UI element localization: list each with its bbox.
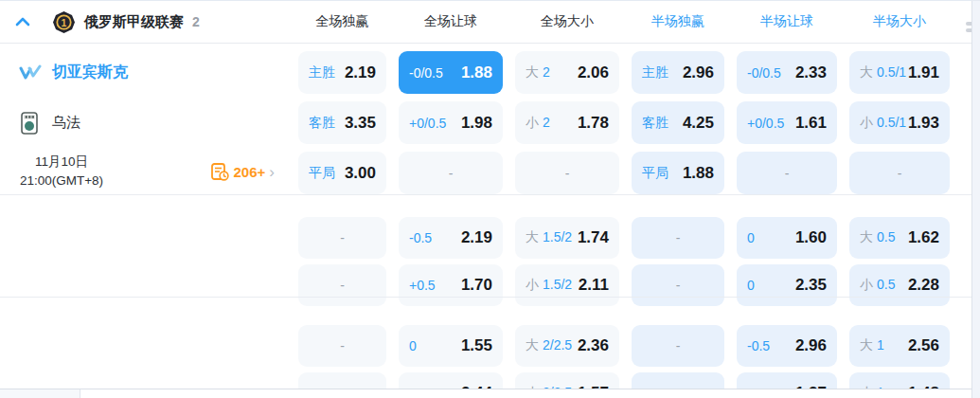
odds-group: -01.55大2/2.52.36--0.52.96大12.56-02.44小2/… (294, 317, 980, 398)
kickoff-date: 11月10日 (6, 153, 117, 172)
odds-row: -+0.51.70小1.5/22.11-02.35小0.52.28 (294, 264, 980, 306)
odds-line-prefix: 大 (526, 229, 539, 244)
odds-value: 1.70 (461, 276, 492, 295)
odds-row: -01.55大2/2.52.36--0.52.96大12.56 (294, 325, 980, 367)
odds-line-label: 平局 (309, 165, 335, 182)
odds-cell[interactable]: 01.60 (737, 217, 837, 259)
odds-value: 2.11 (579, 276, 609, 295)
column-header-ft-overunder: 全场大小 (515, 13, 619, 30)
odds-value: 3.00 (345, 164, 376, 183)
odds-value: 2.56 (908, 336, 939, 355)
odds-cell[interactable]: 小0.5/11.93 (849, 101, 950, 144)
odds-line-label: 0 (747, 278, 755, 293)
collapse-chevron-up-icon[interactable] (13, 12, 32, 31)
market-column-headers: 全场独赢 全场让球 全场大小 半场独赢 半场让球 半场大小 (294, 13, 950, 30)
odds-cell[interactable]: 大12.56 (849, 325, 950, 367)
odds-cell[interactable]: 小0.52.28 (849, 264, 950, 306)
svg-text:1: 1 (62, 16, 67, 27)
odds-cell[interactable]: 大1.5/21.74 (515, 217, 619, 259)
right-scroll-strip[interactable] (971, 1, 980, 398)
odds-value: 1.93 (908, 114, 939, 133)
odds-row: 客胜3.35+0/0.51.98小21.78客胜4.25+0/0.51.61小0… (294, 101, 980, 144)
odds-line-prefix: 小 (860, 115, 873, 130)
odds-value: 1.55 (461, 336, 492, 355)
kickoff-time: 11月10日 21:00(GMT+8) (6, 153, 117, 190)
odds-cell[interactable]: 大22.06 (515, 51, 619, 94)
odds-line-label: 主胜 (309, 64, 335, 81)
odds-value: 2.96 (683, 63, 714, 82)
odds-row: 平局3.00--平局1.88-- (294, 152, 980, 194)
odds-cell-empty: - (632, 217, 724, 259)
odds-line-label: 大2 (526, 64, 550, 81)
odds-cell[interactable]: -0.52.19 (399, 217, 503, 259)
odds-cell[interactable]: +0/0.51.61 (737, 101, 837, 144)
odds-group: 主胜2.19-0/0.51.88大22.06主胜2.96-0/0.52.33大0… (294, 44, 980, 209)
odds-value: 2.06 (578, 63, 609, 82)
odds-line-label: 大0.5 (860, 229, 895, 246)
odds-line-label: 小0.5 (860, 277, 895, 294)
column-header-ft-handicap: 全场让球 (399, 13, 503, 30)
odds-cell[interactable]: -0/0.52.33 (737, 51, 837, 94)
odds-cell[interactable]: 主胜2.96 (632, 51, 724, 94)
odds-value: 1.88 (683, 164, 714, 183)
odds-line-label: 主胜 (642, 64, 668, 81)
odds-line-prefix: 大 (526, 64, 539, 80)
odds-value: 1.88 (461, 63, 492, 82)
kickoff-clock: 21:00(GMT+8) (6, 172, 117, 190)
odds-value: 2.36 (578, 336, 609, 355)
league-badge-icon: 1 (52, 10, 76, 34)
more-markets-link[interactable]: 206+ › (211, 163, 275, 181)
odds-line-label: +0/0.5 (747, 116, 784, 131)
next-section-stub-left (0, 389, 80, 398)
odds-row: --0.52.19大1.5/21.74-01.60大0.51.62 (294, 217, 980, 259)
odds-cell[interactable]: +0/0.51.98 (399, 101, 503, 144)
match-meta-row: 11月10日 21:00(GMT+8) 206+ › (0, 148, 294, 195)
odds-value: 1.62 (908, 228, 939, 247)
odds-cell[interactable]: -0.52.96 (737, 325, 837, 367)
odds-cell-empty: - (298, 264, 386, 306)
match-info-panel: 切亚宾斯克 乌法 11月10日 2 (0, 44, 294, 389)
column-header-ht-handicap: 半场让球 (737, 13, 837, 30)
next-section-stub (0, 389, 971, 398)
odds-line-label: 大2/2.5 (526, 337, 572, 354)
odds-cell[interactable]: 平局3.00 (298, 152, 386, 194)
league-title: 俄罗斯甲级联赛 (84, 13, 184, 31)
odds-value: 1.91 (908, 63, 939, 82)
odds-cell[interactable]: 大0.5/11.91 (849, 51, 950, 94)
odds-cell[interactable]: -0/0.51.88 (399, 51, 503, 94)
odds-value: 1.74 (578, 228, 609, 247)
odds-value: 4.25 (683, 114, 714, 133)
odds-value: 2.33 (795, 63, 827, 82)
odds-cell-empty: - (298, 217, 386, 259)
odds-group: --0.52.19大1.5/21.74-01.60大0.51.62-+0.51.… (294, 209, 980, 317)
odds-cell[interactable]: 主胜2.19 (298, 51, 386, 94)
odds-line-prefix: 大 (860, 229, 873, 244)
odds-value: 1.61 (795, 114, 827, 133)
odds-cell[interactable]: 大0.51.62 (849, 217, 950, 259)
odds-line-label: -0/0.5 (409, 65, 443, 81)
odds-line-label: -0.5 (747, 338, 770, 353)
group-divider (0, 194, 971, 195)
column-header-ht-win: 半场独赢 (632, 13, 724, 30)
odds-cell[interactable]: 01.55 (399, 325, 503, 367)
markets-stats-icon (211, 163, 229, 181)
odds-line-label: 0 (409, 338, 417, 353)
odds-cell[interactable]: 小1.5/22.11 (515, 264, 619, 306)
odds-cell[interactable]: 平局1.88 (632, 152, 724, 194)
odds-cell[interactable]: +0.51.70 (399, 264, 503, 306)
league-match-count: 2 (192, 14, 200, 29)
odds-line-label: +0/0.5 (409, 116, 446, 131)
odds-cell[interactable]: 客胜3.35 (298, 101, 386, 144)
odds-value: 1.78 (578, 114, 609, 133)
odds-line-label: 小0.5/1 (860, 115, 906, 132)
home-team-row: 切亚宾斯克 (0, 51, 294, 94)
odds-cell[interactable]: 02.35 (737, 264, 837, 306)
odds-line-label: 小2 (526, 115, 550, 132)
column-header-ft-win: 全场独赢 (298, 13, 386, 30)
match-body: 切亚宾斯克 乌法 11月10日 2 (0, 44, 980, 398)
odds-cell-empty: - (632, 264, 724, 306)
odds-cell[interactable]: 客胜4.25 (632, 101, 724, 144)
odds-cell[interactable]: 大2/2.52.36 (515, 325, 619, 367)
column-header-ht-overunder: 半场大小 (849, 13, 950, 30)
odds-cell[interactable]: 小21.78 (515, 101, 619, 144)
